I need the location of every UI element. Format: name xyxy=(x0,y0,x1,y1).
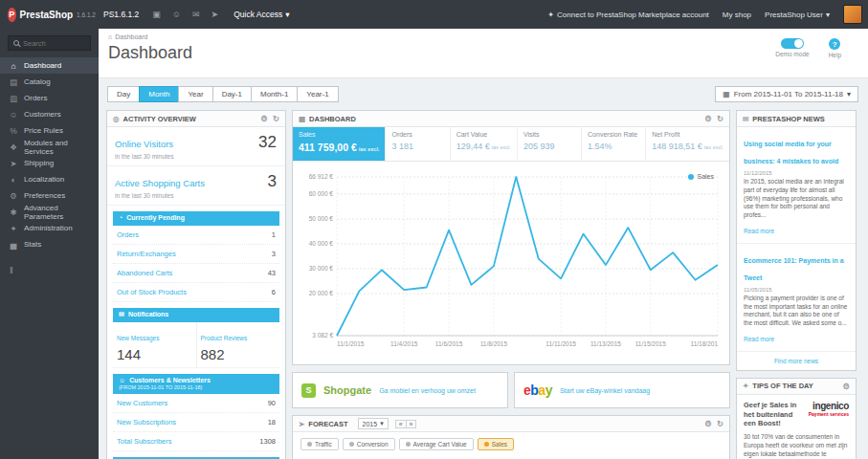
new-messages-link[interactable]: New Messages xyxy=(117,335,159,341)
sidebar-item-price-rules[interactable]: % Price Rules xyxy=(0,122,99,139)
new-customers-link[interactable]: New Customers xyxy=(117,399,167,407)
sales-line-chart[interactable]: 66 912 €60 000 €50 000 €40 000 €30 000 €… xyxy=(297,167,725,359)
sidebar-item-stats[interactable]: ▅ Stats xyxy=(0,236,99,252)
shop-name-link[interactable]: PS1.6.1.2 xyxy=(103,10,139,19)
customers-row: New Customers 90 xyxy=(113,394,279,413)
sidebar-item-customers[interactable]: ☺ Customers xyxy=(0,106,99,122)
tips-headline-row: Geef je Sales in het buitenland een Boos… xyxy=(737,395,856,432)
tips-panel-title: TIPS OF THE DAY xyxy=(752,382,812,390)
pill-traffic[interactable]: Traffic xyxy=(300,438,339,450)
kpi-sales[interactable]: Sales 411 759,00 €tax excl. xyxy=(293,127,385,161)
sidebar-item-dashboard[interactable]: ⌂ Dashboard xyxy=(0,57,99,74)
quick-access-dropdown[interactable]: Quick Access ▾ xyxy=(234,10,289,19)
refresh-icon[interactable]: ↻ xyxy=(717,419,723,428)
help-icon[interactable]: ? xyxy=(829,38,840,50)
kpi-visits[interactable]: Visits 205 939 xyxy=(517,127,581,161)
catalog-icon: ▤ xyxy=(9,77,18,87)
page-title: Dashboard xyxy=(108,43,858,63)
tab-day-1[interactable]: Day-1 xyxy=(212,86,252,102)
user-dropdown[interactable]: PrestaShop User ▾ xyxy=(765,11,830,19)
read-more-link[interactable]: Read more xyxy=(744,336,774,342)
kpi-note: tax excl. xyxy=(704,144,723,150)
total-subscribers-link[interactable]: Total Subscribers xyxy=(117,437,172,446)
date-range-label: From 2015-11-01 To 2015-11-18 xyxy=(734,90,843,98)
sidebar-item-administration[interactable]: ✦ Administration xyxy=(0,220,99,236)
tab-year-1[interactable]: Year-1 xyxy=(297,86,338,102)
pending-orders-link[interactable]: Orders xyxy=(117,230,139,239)
product-reviews-block: Product Reviews 882 xyxy=(196,322,280,367)
customers-row: Total Subscribers 1308 xyxy=(113,432,279,451)
product-reviews-value: 882 xyxy=(201,346,277,362)
tab-month[interactable]: Month xyxy=(139,86,179,102)
out-of-stock-link[interactable]: Out of Stock Products xyxy=(117,288,187,296)
gear-icon[interactable]: ⚙ xyxy=(704,114,712,123)
expertise-icon[interactable]: ➤ xyxy=(211,10,219,19)
sidebar-item-advanced-parameters[interactable]: ✱ Advanced Parameters xyxy=(0,204,99,220)
kpi-orders[interactable]: Orders 3 181 xyxy=(385,127,449,161)
notifications-header: ✉ Notifications xyxy=(113,308,279,322)
online-visitors-value: 32 xyxy=(258,133,277,152)
sidebar-item-localization[interactable]: ◐ Localization xyxy=(0,171,99,187)
tab-year[interactable]: Year xyxy=(178,86,212,102)
shopgate-link[interactable]: Ga mobiel en verhoog uw omzet xyxy=(379,387,476,394)
tab-day[interactable]: Day xyxy=(107,86,140,102)
product-reviews-link[interactable]: Product Reviews xyxy=(201,335,248,341)
sidebar-item-preferences[interactable]: ⚙ Preferences xyxy=(0,187,99,204)
svg-text:60 000 €: 60 000 € xyxy=(309,190,334,197)
pill-conversion[interactable]: Conversion xyxy=(343,438,395,450)
pill-average-cart-value[interactable]: Average Cart Value xyxy=(399,438,474,450)
ebay-ad[interactable]: ebay Start uw eBay-winkel vandaag xyxy=(514,372,730,408)
gear-icon[interactable]: ⚙ xyxy=(704,419,712,428)
shopgate-ad[interactable]: S Shopgate Ga mobiel en verhoog uw omzet xyxy=(292,372,508,408)
sidebar-item-modules[interactable]: ❖ Modules and Services xyxy=(0,139,99,155)
returns-link[interactable]: Return/Exchanges xyxy=(117,250,176,258)
gear-icon[interactable]: ⚙ xyxy=(842,382,850,391)
forecast-title: FORECAST xyxy=(308,420,347,428)
sales-chart-area: Sales 66 912 €60 000 €50 000 €40 000 €30… xyxy=(293,162,729,364)
currently-pending-title: Currently Pending xyxy=(126,214,185,223)
pill-sales[interactable]: Sales xyxy=(478,438,514,450)
online-visitors-link[interactable]: Online Visitors xyxy=(115,139,173,149)
svg-text:20 000 €: 20 000 € xyxy=(309,290,334,296)
read-more-link[interactable]: Read more xyxy=(744,228,774,234)
customers-icon: ☺ xyxy=(9,110,18,120)
envelope-icon: ✉ xyxy=(119,311,124,319)
find-more-news-link[interactable]: Find more news xyxy=(737,352,856,370)
active-carts-link[interactable]: Active Shopping Carts xyxy=(115,178,205,188)
kpi-value: 148 918,51 € xyxy=(652,142,702,151)
date-range-picker[interactable]: ▦ From 2015-11-01 To 2015-11-18 ▾ xyxy=(715,86,858,102)
news-article-link[interactable]: Ecommerce 101: Payments in a Tweet xyxy=(744,257,844,281)
next-icon[interactable]: » xyxy=(406,420,417,428)
kpi-conversion-rate[interactable]: Conversion Rate 1.54% xyxy=(581,127,645,161)
sidebar-item-shipping[interactable]: ➤ Shipping xyxy=(0,155,99,171)
demo-mode-widget: Demo mode xyxy=(775,38,809,58)
refresh-icon[interactable]: ↻ xyxy=(717,114,723,123)
traffic-dot-icon xyxy=(307,442,312,447)
customers-notification-icon[interactable]: ☺ xyxy=(172,10,181,19)
refresh-icon[interactable]: ↻ xyxy=(273,114,279,123)
kpi-net-profit[interactable]: Net Profit 148 918,51 €tax excl. xyxy=(645,127,729,161)
total-subscribers-value: 1308 xyxy=(259,437,276,446)
collapse-menu-button[interactable]: ‖ xyxy=(10,266,99,275)
abandoned-carts-link[interactable]: Abandoned Carts xyxy=(117,269,172,277)
orders-notification-icon[interactable]: ▣ xyxy=(152,10,161,19)
sidebar-item-catalog[interactable]: ▤ Catalog xyxy=(0,74,99,90)
forecast-year-select[interactable]: 2015 ▾ xyxy=(358,418,389,429)
brand-logo[interactable]: P PrestaShop 1.6.1.2 xyxy=(0,8,103,22)
kpi-cart-value[interactable]: Cart Value 129,44 €tax excl. xyxy=(450,127,517,161)
gear-icon[interactable]: ⚙ xyxy=(260,114,268,123)
tab-month-1[interactable]: Month-1 xyxy=(251,86,298,102)
sidebar-item-orders[interactable]: ▥ Orders xyxy=(0,90,99,106)
news-article-link[interactable]: Using social media for your business: 4 … xyxy=(744,141,838,164)
new-subscriptions-link[interactable]: New Subscriptions xyxy=(117,418,176,426)
my-shop-link[interactable]: My shop xyxy=(723,11,751,19)
administration-icon: ✦ xyxy=(9,224,18,233)
messages-notification-icon[interactable]: ✉ xyxy=(192,10,200,19)
sidebar-search[interactable] xyxy=(8,35,91,51)
ebay-link[interactable]: Start uw eBay-winkel vandaag xyxy=(560,387,650,394)
search-input[interactable] xyxy=(23,39,90,48)
activity-panel-header: ◎ ACTIVITY OVERVIEW ⚙ ↻ xyxy=(107,111,285,127)
avatar[interactable] xyxy=(843,5,862,24)
demo-mode-toggle[interactable] xyxy=(781,38,804,49)
marketplace-link[interactable]: ✦ Connect to PrestaShop Marketplace acco… xyxy=(547,11,708,19)
